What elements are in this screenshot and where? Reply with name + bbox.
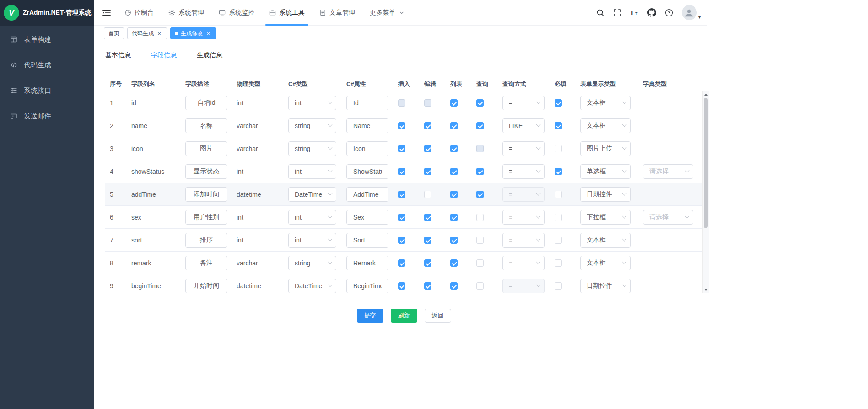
list-checkbox[interactable] — [450, 282, 458, 290]
query-method-select[interactable]: = — [502, 141, 545, 156]
csharp-property-input[interactable] — [346, 256, 388, 270]
avatar-caret-icon[interactable]: ▾ — [698, 15, 701, 20]
display-type-select[interactable]: 文本框 — [580, 233, 631, 248]
edit-checkbox[interactable] — [424, 191, 431, 198]
display-type-select[interactable]: 文本框 — [580, 256, 631, 270]
close-icon[interactable]: × — [205, 30, 211, 37]
list-checkbox[interactable] — [450, 99, 458, 107]
tab-basic-info[interactable]: 基本信息 — [105, 51, 131, 65]
scrollbar-thumb[interactable] — [704, 98, 708, 228]
query-method-select[interactable]: LIKE — [502, 118, 545, 133]
display-type-select[interactable]: 下拉框 — [580, 210, 631, 225]
required-checkbox[interactable] — [555, 191, 562, 198]
query-checkbox[interactable] — [476, 191, 484, 198]
csharp-type-select[interactable]: DateTime — [288, 187, 336, 202]
nav-item-article-manage[interactable]: 文章管理 — [312, 0, 362, 26]
query-checkbox[interactable] — [476, 168, 484, 175]
edit-checkbox[interactable] — [424, 145, 431, 152]
nav-item-console[interactable]: 控制台 — [117, 0, 161, 26]
csharp-property-input[interactable] — [346, 279, 388, 293]
description-input[interactable] — [185, 96, 227, 110]
insert-checkbox[interactable] — [398, 191, 405, 198]
description-input[interactable] — [185, 164, 227, 179]
description-input[interactable] — [185, 279, 227, 293]
refresh-button[interactable]: 刷新 — [391, 309, 417, 323]
display-type-select[interactable]: 文本框 — [580, 96, 631, 110]
insert-checkbox[interactable] — [398, 259, 405, 267]
search-icon[interactable] — [596, 9, 604, 17]
nav-item-system-tools[interactable]: 系统工具 — [262, 0, 312, 26]
insert-checkbox[interactable] — [398, 282, 405, 290]
tag-code-gen[interactable]: 代码生成× — [127, 27, 167, 39]
required-checkbox[interactable] — [555, 214, 562, 221]
scroll-down-arrow-icon[interactable] — [703, 287, 709, 293]
list-checkbox[interactable] — [450, 145, 458, 152]
display-type-select[interactable]: 日期控件 — [580, 187, 631, 202]
avatar[interactable] — [682, 5, 697, 20]
description-input[interactable] — [185, 233, 227, 248]
description-input[interactable] — [185, 118, 227, 133]
display-type-select[interactable]: 文本框 — [580, 118, 631, 133]
description-input[interactable] — [185, 210, 227, 225]
sidebar-item-send-mail[interactable]: 发送邮件 — [0, 103, 94, 129]
query-checkbox[interactable] — [476, 259, 484, 267]
query-method-select[interactable]: = — [502, 233, 545, 248]
query-checkbox[interactable] — [476, 282, 484, 290]
list-checkbox[interactable] — [450, 191, 458, 198]
query-method-select[interactable]: = — [502, 210, 545, 225]
list-checkbox[interactable] — [450, 259, 458, 267]
sidebar-item-system-api[interactable]: 系统接口 — [0, 78, 94, 103]
required-checkbox[interactable] — [555, 168, 562, 175]
description-input[interactable] — [185, 187, 227, 202]
help-icon[interactable] — [665, 9, 673, 17]
required-checkbox[interactable] — [555, 122, 562, 129]
csharp-type-select[interactable]: DateTime — [288, 279, 336, 293]
insert-checkbox[interactable] — [398, 122, 405, 129]
required-checkbox[interactable] — [555, 282, 562, 290]
insert-checkbox[interactable] — [398, 214, 405, 221]
csharp-property-input[interactable] — [346, 141, 388, 156]
csharp-property-input[interactable] — [346, 96, 388, 110]
display-type-select[interactable]: 图片上传 — [580, 141, 631, 156]
csharp-type-select[interactable]: int — [288, 164, 336, 179]
csharp-property-input[interactable] — [346, 118, 388, 133]
font-size-icon[interactable]: TT — [630, 9, 639, 16]
csharp-type-select[interactable]: int — [288, 210, 336, 225]
csharp-type-select[interactable]: string — [288, 118, 336, 133]
display-type-select[interactable]: 日期控件 — [580, 279, 631, 293]
user-menu[interactable]: ▾ — [682, 5, 701, 20]
sidebar-toggle-icon[interactable] — [94, 9, 117, 16]
tag-gen-edit[interactable]: 生成修改× — [170, 27, 216, 39]
tab-field-info[interactable]: 字段信息 — [151, 51, 177, 65]
query-checkbox[interactable] — [476, 99, 484, 107]
insert-checkbox[interactable] — [398, 237, 405, 244]
edit-checkbox[interactable] — [424, 168, 431, 175]
required-checkbox[interactable] — [555, 99, 562, 107]
list-checkbox[interactable] — [450, 122, 458, 129]
nav-item-more-menu[interactable]: 更多菜单 — [362, 0, 411, 26]
csharp-type-select[interactable]: string — [288, 256, 336, 270]
csharp-type-select[interactable]: int — [288, 96, 336, 110]
required-checkbox[interactable] — [555, 145, 562, 152]
insert-checkbox[interactable] — [398, 145, 405, 152]
nav-item-system-manage[interactable]: 系统管理 — [161, 0, 211, 26]
submit-button[interactable]: 提交 — [357, 309, 383, 323]
list-checkbox[interactable] — [450, 168, 458, 175]
csharp-type-select[interactable]: int — [288, 233, 336, 248]
fullscreen-icon[interactable] — [613, 9, 621, 17]
back-button[interactable]: 返回 — [425, 309, 451, 323]
query-method-select[interactable]: = — [502, 256, 545, 270]
sidebar-item-code-gen[interactable]: 代码生成 — [0, 52, 94, 78]
close-icon[interactable]: × — [156, 30, 162, 37]
query-method-select[interactable]: = — [502, 164, 545, 179]
edit-checkbox[interactable] — [424, 259, 431, 267]
required-checkbox[interactable] — [555, 259, 562, 267]
tag-home[interactable]: 首页 — [104, 27, 124, 39]
scroll-up-arrow-icon[interactable] — [703, 91, 709, 97]
list-checkbox[interactable] — [450, 214, 458, 221]
required-checkbox[interactable] — [555, 237, 562, 244]
edit-checkbox[interactable] — [424, 237, 431, 244]
description-input[interactable] — [185, 141, 227, 156]
csharp-property-input[interactable] — [346, 233, 388, 248]
query-checkbox[interactable] — [476, 214, 484, 221]
